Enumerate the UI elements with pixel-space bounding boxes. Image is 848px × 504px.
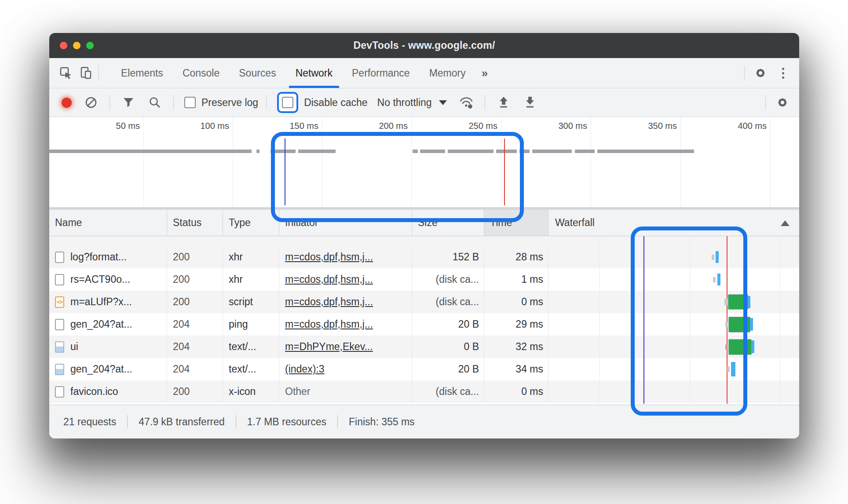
chevron-down-icon[interactable] [439, 100, 447, 105]
cell-waterfall[interactable] [548, 336, 799, 358]
column-header-initiator[interactable]: Initiator [279, 210, 412, 236]
record-button[interactable] [62, 98, 72, 108]
throttling-select[interactable]: No throttling [377, 97, 432, 109]
search-icon[interactable] [147, 95, 163, 110]
cell-waterfall[interactable] [548, 268, 799, 291]
waterfall-bar-green[interactable] [729, 340, 751, 354]
divider [337, 415, 338, 428]
cell-name[interactable]: rs=ACT90o... [49, 268, 167, 291]
more-tabs-button[interactable]: » [475, 66, 494, 80]
initiator-link[interactable]: (index):3 [285, 363, 324, 375]
request-name[interactable]: ui [70, 341, 78, 353]
status-bar: 21 requests47.9 kB transferred1.7 MB res… [49, 405, 799, 438]
cell-name[interactable]: log?format... [49, 246, 167, 268]
cell-initiator: m=DhPYme,Ekev... [279, 336, 412, 358]
initiator-link[interactable]: m=DhPYme,Ekev... [285, 341, 373, 353]
waterfall-bar-tick[interactable] [724, 299, 728, 305]
network-settings-gear-icon[interactable] [775, 95, 790, 110]
tab-elements[interactable]: Elements [113, 58, 171, 88]
waterfall-bar-blue[interactable] [716, 251, 719, 263]
initiator-link[interactable]: m=cdos,dpf,hsm,j... [285, 251, 373, 263]
waterfall-bar-tick[interactable] [727, 366, 730, 372]
waterfall-bar-tick[interactable] [713, 277, 716, 282]
tab-console[interactable]: Console [175, 58, 227, 88]
request-name[interactable]: log?format... [70, 251, 127, 263]
cell-name[interactable]: gen_204?at... [49, 313, 167, 336]
cell-name[interactable]: gen_204?at... [49, 358, 167, 380]
column-header-name[interactable]: Name [49, 210, 167, 236]
table-row[interactable]: gen_204?at...204text/...(index):320 B34 … [49, 358, 799, 380]
column-header-waterfall[interactable]: Waterfall [548, 210, 799, 236]
request-name[interactable]: rs=ACT90o... [70, 274, 130, 285]
preserve-log-label[interactable]: Preserve log [201, 97, 258, 109]
overview-activity-bar [448, 150, 493, 153]
initiator-link[interactable]: m=cdos,dpf,hsm,j... [285, 296, 373, 308]
waterfall-bar-blue[interactable] [748, 296, 750, 308]
document-icon [55, 319, 64, 330]
table-row[interactable]: ui204text/...m=DhPYme,Ekev...0 B32 ms [49, 336, 799, 358]
tab-sources[interactable]: Sources [231, 58, 283, 88]
waterfall-gridline [690, 236, 690, 404]
waterfall-bar-tick[interactable] [712, 255, 714, 260]
preserve-log-checkbox[interactable] [184, 97, 196, 108]
close-button[interactable] [60, 42, 67, 49]
overview-gridline [591, 117, 591, 207]
filter-icon[interactable] [121, 95, 136, 110]
table-row[interactable]: rs=ACT90o...200xhrm=cdos,dpf,hsm,j...(di… [49, 268, 799, 291]
cell-waterfall[interactable] [548, 358, 799, 380]
request-name[interactable]: gen_204?at... [70, 363, 132, 375]
waterfall-bar-blue[interactable] [717, 274, 720, 285]
kebab-menu-icon[interactable] [776, 65, 790, 81]
initiator-link[interactable]: m=cdos,dpf,hsm,j... [285, 318, 373, 330]
cell-name[interactable]: favicon.ico [49, 380, 167, 403]
table-row[interactable]: gen_204?at...204pingm=cdos,dpf,hsm,j...2… [49, 313, 799, 336]
network-conditions-icon[interactable] [458, 95, 474, 110]
waterfall-bar-redtick[interactable] [725, 344, 728, 350]
column-header-status[interactable]: Status [167, 210, 223, 236]
export-har-icon[interactable] [522, 95, 538, 110]
column-header-size[interactable]: Size [412, 210, 484, 236]
zoom-button[interactable] [86, 42, 94, 49]
request-name[interactable]: gen_204?at... [70, 318, 132, 330]
waterfall-bar-blue[interactable] [751, 340, 754, 353]
cell-waterfall[interactable] [548, 313, 799, 336]
inspect-element-icon[interactable] [58, 65, 74, 81]
request-name[interactable]: favicon.ico [70, 386, 118, 398]
cell-name[interactable]: ui [49, 336, 167, 358]
cell-waterfall[interactable] [548, 380, 799, 403]
request-name[interactable]: m=aLUfP?x... [70, 296, 132, 308]
network-overview-timeline[interactable]: 50 ms100 ms150 ms200 ms250 ms300 ms350 m… [49, 117, 799, 207]
initiator-link[interactable]: m=cdos,dpf,hsm,j... [285, 274, 373, 285]
waterfall-bar-blue[interactable] [750, 318, 753, 331]
settings-gear-icon[interactable] [753, 65, 768, 81]
tab-network[interactable]: Network [288, 58, 340, 88]
waterfall-bar-green[interactable] [729, 317, 750, 332]
cell-type: ping [223, 313, 279, 336]
minimize-button[interactable] [73, 42, 80, 49]
disable-cache-label[interactable]: Disable cache [304, 97, 367, 109]
table-row[interactable]: favicon.ico200x-iconOther(disk ca...0 ms [49, 380, 799, 403]
window-title: DevTools - www.google.com/ [49, 40, 799, 51]
table-row[interactable]: <>m=aLUfP?x...200scriptm=cdos,dpf,hsm,j.… [49, 291, 799, 313]
sort-ascending-icon[interactable] [781, 220, 790, 226]
titlebar[interactable]: DevTools - www.google.com/ [49, 33, 799, 58]
clear-icon[interactable] [83, 95, 99, 110]
table-row[interactable]: log?format...200xhrm=cdos,dpf,hsm,j...15… [49, 246, 799, 268]
overview-ruler-label: 100 ms [163, 121, 229, 131]
device-toolbar-icon[interactable] [78, 65, 94, 81]
import-har-icon[interactable] [496, 95, 512, 110]
tab-memory[interactable]: Memory [422, 58, 473, 88]
devtools-tabbar: ElementsConsoleSourcesNetworkPerformance… [49, 58, 799, 88]
waterfall-bar-green[interactable] [728, 295, 748, 309]
cell-waterfall[interactable] [548, 246, 799, 268]
cell-initiator: (index):3 [279, 358, 412, 380]
column-header-type[interactable]: Type [223, 210, 279, 236]
column-header-time[interactable]: Time [484, 210, 548, 236]
cell-name[interactable]: <>m=aLUfP?x... [49, 291, 167, 313]
waterfall-bar-blue[interactable] [731, 362, 735, 376]
devtools-window: DevTools - www.google.com/ ElementsConso… [49, 33, 799, 438]
tab-performance[interactable]: Performance [344, 58, 417, 88]
cell-waterfall[interactable] [548, 291, 799, 313]
waterfall-bar-tick[interactable] [725, 322, 728, 327]
disable-cache-checkbox[interactable] [282, 97, 293, 108]
